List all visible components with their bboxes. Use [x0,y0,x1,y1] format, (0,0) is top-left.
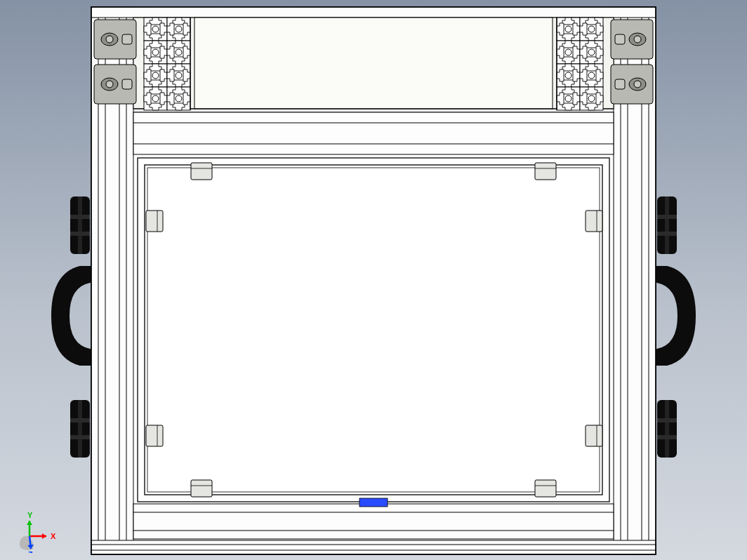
blue-marker-icon [359,498,388,507]
hinge-left-lower [70,400,90,458]
handle-right [657,267,695,365]
hinge-right-lower [657,400,677,458]
svg-marker-47 [27,521,32,525]
front-panel [147,168,600,492]
svg-rect-17 [194,18,553,109]
bracket-top-left-lower [94,65,136,104]
axis-x-icon: X [29,532,56,540]
hinge-right-upper [657,196,677,254]
svg-text:Y: Y [27,511,33,519]
frame-bottom-rail [91,540,656,554]
svg-rect-34 [133,112,614,154]
svg-rect-12 [91,7,656,18]
bracket-top-right-lower [611,65,653,104]
svg-text:X: X [51,532,56,540]
top-extrusion-left [144,18,190,110]
axis-y-icon: Y [27,511,33,536]
hinge-left-upper [70,196,90,254]
svg-rect-37 [133,504,614,539]
orientation-triad-icon: X Y Z [14,511,56,553]
bracket-top-left-upper [94,20,136,59]
svg-text:Z: Z [28,550,33,553]
top-extrusion-right [557,18,603,110]
frame-top-rail [91,7,656,18]
top-crossbar [133,18,614,112]
cad-front-view [0,0,747,560]
svg-marker-44 [42,533,46,539]
bracket-top-right-upper [611,20,653,59]
handle-left [52,267,90,365]
svg-rect-13 [91,540,656,554]
